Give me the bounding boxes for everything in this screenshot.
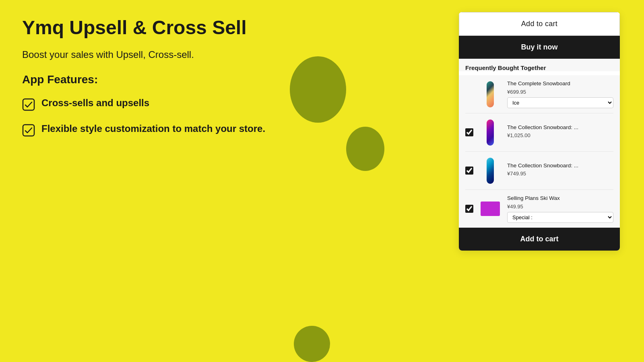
product-checkbox-4[interactable] bbox=[465, 205, 473, 213]
fbt-products-list: The Complete Snowboard ¥699.95 Ice Mount… bbox=[459, 75, 620, 228]
product-price-4: ¥49.95 bbox=[507, 204, 613, 210]
product-price-2: ¥1,025.00 bbox=[507, 132, 613, 138]
decorative-blob-medium bbox=[346, 127, 384, 171]
product-checkbox-3[interactable] bbox=[465, 167, 473, 175]
product-info-3: The Collection Snowboard: ... ¥749.95 bbox=[507, 162, 613, 179]
product-name-3: The Collection Snowboard: ... bbox=[507, 162, 613, 169]
snowboard-visual-1 bbox=[487, 81, 494, 107]
add-to-cart-bottom-button[interactable]: Add to cart bbox=[459, 228, 620, 251]
product-image-2 bbox=[478, 118, 502, 146]
product-variant-select-4[interactable]: Special : Standard Premium bbox=[507, 212, 613, 223]
product-image-4 bbox=[478, 195, 502, 223]
product-variant-select-1[interactable]: Ice Mountain Ocean bbox=[507, 97, 613, 108]
product-info-1: The Complete Snowboard ¥699.95 Ice Mount… bbox=[507, 80, 613, 108]
feature-text-1: Cross-sells and upsells bbox=[41, 97, 149, 109]
fbt-product-item-3: The Collection Snowboard: ... ¥749.95 bbox=[465, 152, 613, 190]
product-price-1: ¥699.95 bbox=[507, 89, 613, 95]
product-image-1 bbox=[478, 80, 502, 108]
check-icon-1 bbox=[22, 98, 35, 111]
product-name-2: The Collection Snowboard: ... bbox=[507, 124, 613, 131]
feature-item-2: Flexible style customization to match yo… bbox=[22, 123, 372, 137]
product-info-2: The Collection Snowboard: ... ¥1,025.00 bbox=[507, 124, 613, 141]
product-checkbox-2[interactable] bbox=[465, 128, 473, 136]
product-widget-panel: Add to cart Buy it now Frequently Bought… bbox=[459, 12, 620, 251]
svg-rect-0 bbox=[23, 99, 34, 110]
add-to-cart-top-button[interactable]: Add to cart bbox=[459, 12, 620, 36]
product-name-4: Selling Plans Ski Wax bbox=[507, 195, 613, 202]
fbt-product-item-2: The Collection Snowboard: ... ¥1,025.00 bbox=[465, 113, 613, 152]
product-price-3: ¥749.95 bbox=[507, 171, 613, 177]
snowboard-visual-3 bbox=[487, 158, 494, 184]
decorative-blob-large bbox=[290, 56, 346, 123]
ski-wax-visual bbox=[481, 202, 500, 216]
fbt-product-item-1: The Complete Snowboard ¥699.95 Ice Mount… bbox=[465, 75, 613, 113]
product-image-3 bbox=[478, 156, 502, 185]
frequently-bought-section: Frequently Bought Together bbox=[459, 59, 620, 71]
fbt-product-item-4: Selling Plans Ski Wax ¥49.95 Special : S… bbox=[465, 190, 613, 228]
page-title: Ymq Upsell & Cross Sell bbox=[22, 16, 372, 39]
svg-rect-1 bbox=[23, 125, 34, 136]
feature-text-2: Flexible style customization to match yo… bbox=[41, 123, 265, 134]
snowboard-visual-2 bbox=[487, 119, 494, 146]
product-info-4: Selling Plans Ski Wax ¥49.95 Special : S… bbox=[507, 195, 613, 223]
decorative-blob-small bbox=[294, 326, 330, 362]
buy-now-button[interactable]: Buy it now bbox=[459, 36, 620, 59]
product-name-1: The Complete Snowboard bbox=[507, 80, 613, 87]
fbt-heading: Frequently Bought Together bbox=[465, 64, 613, 71]
check-icon-2 bbox=[22, 124, 35, 137]
